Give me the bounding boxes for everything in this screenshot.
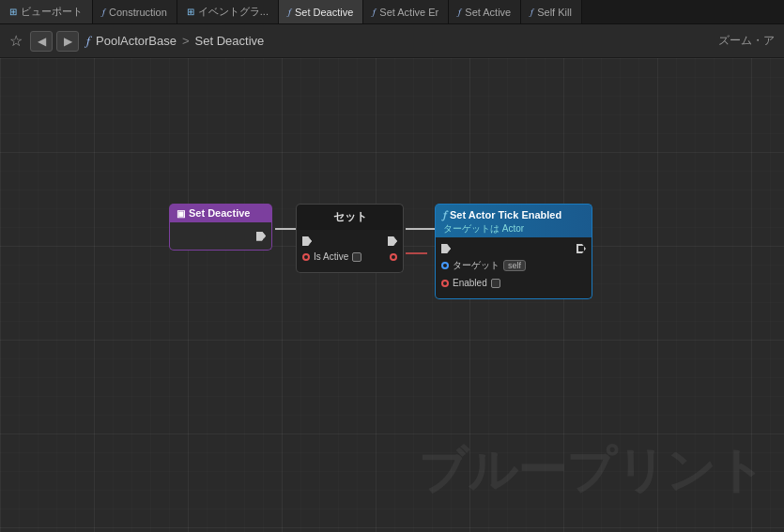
is-active-checkbox[interactable] [352,252,361,262]
set-isactive-row: Is Active [297,249,403,265]
set-deactive-title: Set Deactive [189,207,250,219]
tab-construction-label: Construction [109,7,167,18]
set-body: Is Active [296,230,404,273]
tick-title: Set Actor Tick Enabled [450,209,561,220]
is-active-pin-out [390,253,397,261]
breadcrumb-function: Set Deactive [195,34,265,48]
breadcrumb-class: PoolActorBase [96,34,177,48]
breadcrumb-separator: > [182,34,190,48]
exec-out-pin [256,232,266,241]
target-label: ターゲット [453,259,500,272]
tick-title-row: 𝑓 Set Actor Tick Enabled [443,208,584,221]
enabled-checkbox[interactable] [491,279,500,288]
breadcrumb: 𝑓 PoolActorBase > Set Deactive [86,33,264,49]
set-actor-tick-node[interactable]: 𝑓 Set Actor Tick Enabled ターゲットは Actor ター… [435,204,592,299]
set-title: セット [333,210,367,223]
tab-eventgraph[interactable]: ⊞ イベントグラ... [177,0,279,24]
tab-viewport-label: ビューポート [21,5,83,19]
target-pin [441,262,449,269]
set-deactive-icon: ▣ [177,208,185,219]
set-exec-in [302,236,312,246]
tick-subtitle: ターゲットは Actor [443,222,584,236]
tab-eventgraph-label: イベントグラ... [198,5,269,19]
tab-bar: ⊞ ビューポート 𝑓 Construction ⊞ イベントグラ... 𝑓 Se… [0,0,784,24]
set-deactive-body [169,222,272,251]
set-node[interactable]: セット Is Active [296,204,404,273]
tick-exec-in [441,244,451,253]
is-active-label: Is Active [314,251,348,262]
tab-set-active-label: Set Active [465,7,511,18]
enabled-pin [441,280,449,287]
grid-icon: ⊞ [9,7,17,17]
set-header: セット [296,204,404,230]
blueprint-watermark: ブループリント [418,438,765,504]
set-deactive-node[interactable]: ▣ Set Deactive [169,204,272,251]
breadcrumb-bar: ☆ ◀ ▶ 𝑓 PoolActorBase > Set Deactive ズーム… [0,24,784,58]
forward-button[interactable]: ▶ [56,31,79,52]
func-icon-2: 𝑓 [288,7,291,18]
tab-set-active-er-label: Set Active Er [379,7,438,18]
nav-controls: ◀ ▶ [30,31,79,52]
tick-exec-row [436,241,592,256]
tick-header: 𝑓 Set Actor Tick Enabled ターゲットは Actor [435,204,592,237]
tab-self-kill-label: Self Kill [537,7,572,18]
enabled-label: Enabled [453,278,487,288]
func-icon-5: 𝑓 [530,7,533,18]
set-exec-out [388,236,397,246]
tick-target-row: ターゲット self [436,256,592,275]
tick-func-icon: 𝑓 [443,208,446,221]
tick-enabled-row: Enabled [436,275,592,291]
tab-construction[interactable]: 𝑓 Construction [93,0,177,24]
set-deactive-header: ▣ Set Deactive [169,204,272,222]
tab-set-active[interactable]: 𝑓 Set Active [449,0,521,24]
zoom-label: ズーム・ア [718,33,775,49]
tab-set-deactive[interactable]: 𝑓 Set Deactive [279,0,363,24]
is-active-pin-in [302,253,310,261]
func-icon-4: 𝑓 [458,7,461,18]
blueprint-canvas[interactable]: ▣ Set Deactive セット Is Active [0,58,784,532]
set-exec-row [297,234,403,249]
self-badge: self [503,260,526,271]
wire-layer [0,58,784,532]
tick-body: ターゲット self Enabled [435,237,592,299]
tab-set-deactive-label: Set Deactive [295,7,353,18]
func-icon-3: 𝑓 [373,7,376,18]
tick-exec-out [576,244,586,253]
grid-icon-2: ⊞ [187,7,194,17]
back-button[interactable]: ◀ [30,31,53,52]
favorite-button[interactable]: ☆ [9,32,23,50]
tab-set-active-er[interactable]: 𝑓 Set Active Er [363,0,449,24]
tab-self-kill[interactable]: 𝑓 Self Kill [521,0,582,24]
breadcrumb-func-icon: 𝑓 [86,33,90,49]
func-icon-1: 𝑓 [102,7,105,18]
tab-viewport[interactable]: ⊞ ビューポート [0,0,93,24]
